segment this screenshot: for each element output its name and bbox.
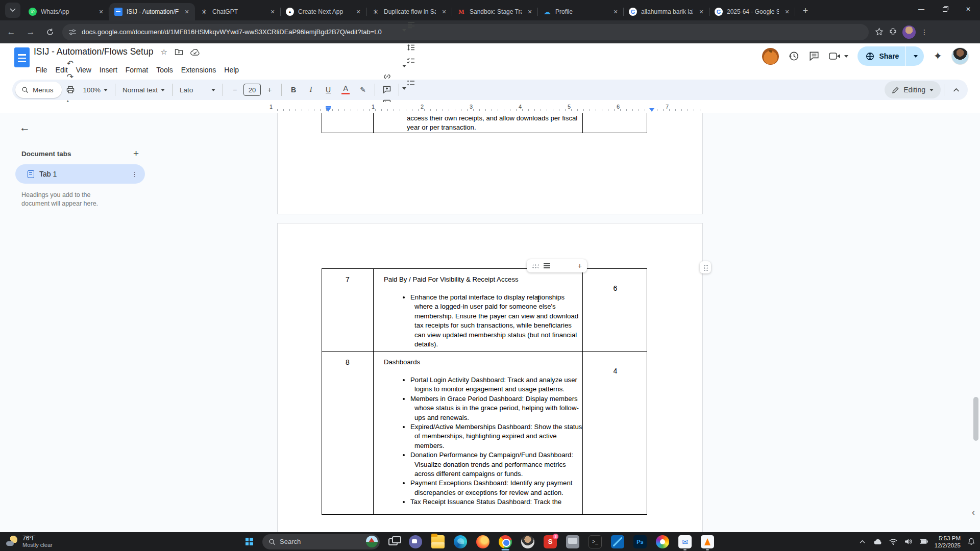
row-content-cell[interactable]: Paid By / Paid For Visibility & Receipt … [374, 269, 583, 351]
comments-icon[interactable] [808, 51, 820, 62]
star-icon[interactable]: ☆ [160, 47, 167, 57]
menu-insert[interactable]: Insert [95, 64, 121, 76]
bookmark-star-icon[interactable] [875, 28, 884, 36]
onedrive-icon[interactable] [873, 539, 883, 545]
browser-tab-3[interactable]: ✳ChatGPT✕ [195, 3, 281, 20]
close-button[interactable]: ✕ [957, 0, 980, 18]
bullet-item[interactable]: Payment Exceptions Dashboard: Identify a… [410, 479, 582, 497]
row-number-cell[interactable]: 7 [322, 269, 374, 351]
tab-options-icon[interactable]: ⋮ [131, 170, 138, 178]
tab-close-icon[interactable]: ✕ [183, 8, 191, 16]
table-align-icon[interactable] [544, 263, 550, 268]
left-indent-marker[interactable] [326, 108, 331, 112]
tab-close-icon[interactable]: ✕ [697, 8, 705, 16]
file-explorer-taskbar-icon[interactable] [429, 533, 447, 551]
row-title[interactable]: Paid By / Paid For Visibility & Receipt … [384, 276, 582, 283]
google-docs-logo[interactable] [14, 47, 30, 67]
row-title[interactable]: Dashboards [384, 358, 582, 366]
overflow-paragraph[interactable]: access their own receipts, and allow dow… [374, 113, 578, 133]
share-caret-icon[interactable] [914, 55, 918, 58]
user-profile-taskbar-icon[interactable] [519, 533, 537, 551]
table-add-icon[interactable]: + [578, 262, 582, 270]
firefox-taskbar-icon[interactable] [474, 533, 492, 551]
menu-file[interactable]: File [32, 64, 52, 76]
table-row-7[interactable]: 7Paid By / Paid For Visibility & Receipt… [322, 268, 647, 352]
browser-tab-2[interactable]: ISIJ - Automation/Flo✕ [109, 3, 195, 20]
version-history-icon[interactable] [788, 51, 799, 62]
bullet-item[interactable]: Portal Login Activity Dashboard: Track a… [410, 375, 582, 394]
vscode-taskbar-icon[interactable] [608, 533, 627, 551]
table-cell-content[interactable]: access their own receipts, and allow dow… [374, 113, 583, 133]
menu-help[interactable]: Help [220, 64, 243, 76]
media-player-taskbar-icon[interactable] [698, 533, 717, 551]
menu-format[interactable]: Format [121, 64, 152, 76]
browser-tab-9[interactable]: G2025-64 - Google Se✕ [709, 3, 795, 20]
back-button[interactable]: ← [3, 24, 19, 40]
task-view-taskbar-icon[interactable] [384, 533, 402, 551]
row-score-cell[interactable]: 6 [583, 269, 648, 351]
tab-close-icon[interactable]: ✕ [611, 8, 620, 16]
tab-close-icon[interactable]: ✕ [268, 8, 277, 16]
document-page-1[interactable]: access their own receipts, and allow dow… [277, 113, 703, 214]
forward-button[interactable]: → [22, 24, 39, 40]
browser-tab-6[interactable]: MSandbox: Stage Trans✕ [452, 3, 538, 20]
document-title[interactable]: ISIJ - Automation/Flows Setup [34, 46, 153, 57]
photoshop-taskbar-icon[interactable]: Ps [631, 533, 649, 551]
chat-taskbar-icon[interactable] [406, 533, 425, 551]
table-cell-score[interactable] [583, 113, 648, 133]
editing-mode-button[interactable]: Editing [885, 81, 941, 98]
start-button[interactable] [240, 533, 258, 551]
browser-tab-4[interactable]: ▲Create Next App✕ [281, 3, 366, 20]
insert-link-button[interactable] [380, 70, 394, 83]
bold-button[interactable]: B [287, 83, 300, 96]
text-color-button[interactable]: A [339, 83, 352, 96]
column-drag-handle[interactable] [700, 261, 711, 273]
hide-menus-button[interactable] [949, 83, 963, 96]
tab-close-icon[interactable]: ✕ [97, 8, 105, 16]
close-tabs-panel-button[interactable]: ← [19, 121, 30, 134]
bulleted-list-caret-icon[interactable] [402, 87, 406, 98]
font-select[interactable]: Lato [180, 86, 215, 94]
chrome-taskbar-icon[interactable] [496, 533, 514, 551]
undo-button[interactable]: ↶ [64, 57, 77, 70]
tray-chevron-up-icon[interactable] [858, 540, 867, 543]
addon-avatar-icon[interactable] [762, 48, 779, 65]
maximize-button[interactable] [933, 0, 957, 18]
menu-tools[interactable]: Tools [152, 64, 177, 76]
italic-button[interactable]: I [304, 83, 317, 96]
browser-tab-1[interactable]: ✆WhatsApp✕ [23, 3, 109, 20]
bullet-item[interactable]: Donation Performance by Campaign/Fund Da… [410, 450, 582, 479]
checklist-caret-icon[interactable] [402, 65, 406, 76]
browser-profile-avatar[interactable] [902, 26, 916, 39]
designer-taskbar-icon[interactable] [653, 533, 672, 551]
bullet-item[interactable]: Members in Grace Period Dashboard: Displ… [410, 394, 582, 422]
menu-extensions[interactable]: Extensions [177, 64, 220, 76]
decrease-font-size-button[interactable]: − [228, 83, 241, 96]
first-line-indent-marker[interactable] [326, 106, 331, 108]
underline-button[interactable]: U [322, 83, 335, 96]
new-tab-button[interactable]: + [798, 4, 813, 18]
add-tab-button[interactable]: + [133, 148, 139, 159]
increase-font-size-button[interactable]: + [263, 83, 276, 96]
share-button[interactable]: Share [857, 46, 924, 66]
add-comment-button[interactable] [380, 83, 394, 96]
browser-tab-5[interactable]: ✳Duplicate flow in Sale✕ [366, 3, 452, 20]
tab-close-icon[interactable]: ✕ [354, 8, 362, 16]
zoom-select[interactable]: 100% [83, 86, 108, 94]
right-indent-marker[interactable] [649, 108, 654, 112]
app-s-taskbar-icon[interactable]: SS [541, 533, 559, 551]
redo-button[interactable]: ↷ [64, 70, 77, 83]
move-folder-icon[interactable] [175, 48, 183, 56]
table-toolbar[interactable]: + [527, 259, 587, 272]
document-page-2[interactable]: + 7Paid By / Paid For Visibility & Recei… [277, 223, 703, 532]
gemini-sparkle-icon[interactable]: ✦ [933, 50, 942, 62]
mail-taskbar-icon[interactable]: ✉ [676, 533, 694, 551]
account-avatar[interactable] [951, 47, 969, 65]
browser-menu-button[interactable]: ⋮ [921, 28, 928, 36]
row-content-cell[interactable]: DashboardsPortal Login Activity Dashboar… [374, 352, 583, 514]
tab-close-icon[interactable]: ✕ [440, 8, 448, 16]
taskbar-search[interactable]: Search [262, 534, 380, 549]
notification-bell-icon[interactable] [967, 538, 976, 545]
weather-widget[interactable]: 76°F Mostly clear [5, 535, 107, 548]
wifi-icon[interactable] [889, 539, 898, 545]
